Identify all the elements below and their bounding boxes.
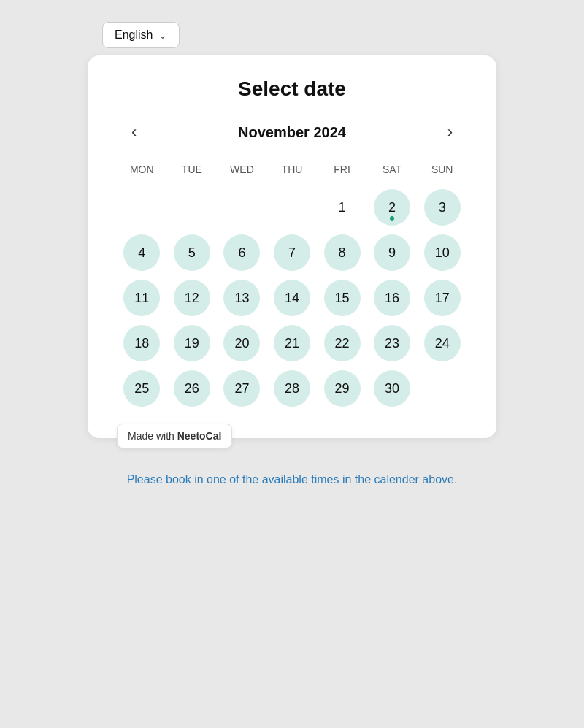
day-number: 23: [385, 337, 399, 350]
day-button-10[interactable]: 10: [424, 234, 461, 271]
day-cell: 9: [367, 232, 418, 273]
day-button-7[interactable]: 7: [274, 234, 310, 271]
day-number: 22: [335, 337, 350, 350]
day-cell: 3: [417, 187, 467, 228]
day-header-sat: SAT: [367, 161, 418, 178]
day-cell: 6: [217, 232, 267, 273]
day-button-22[interactable]: 22: [324, 325, 361, 361]
day-cell: 17: [417, 277, 467, 318]
day-button-20[interactable]: 20: [223, 325, 260, 361]
day-number: 19: [185, 337, 199, 350]
day-cell: 24: [417, 323, 467, 364]
day-number: 9: [388, 246, 396, 259]
day-button-8[interactable]: 8: [324, 234, 361, 271]
day-header-mon: MON: [117, 161, 167, 178]
day-button-11[interactable]: 11: [123, 280, 160, 316]
day-number: 8: [339, 246, 346, 259]
day-button-14[interactable]: 14: [274, 280, 310, 316]
language-selector-row: English ⌄: [88, 15, 496, 55]
day-cell: 27: [217, 368, 267, 409]
day-number: 3: [439, 201, 446, 214]
month-nav: ‹ November 2024 ›: [117, 121, 467, 143]
day-number: 27: [234, 382, 249, 395]
footer-text: Please book in one of the available time…: [112, 473, 472, 508]
day-cell: 25: [117, 368, 167, 409]
day-button-26[interactable]: 26: [174, 370, 210, 407]
day-cell: 21: [267, 323, 318, 364]
day-button-27[interactable]: 27: [223, 370, 260, 407]
day-button-6[interactable]: 6: [223, 234, 260, 271]
day-button-2[interactable]: 2: [374, 189, 410, 226]
day-cell: 22: [317, 323, 367, 364]
day-number: 5: [188, 246, 196, 259]
day-button-3[interactable]: 3: [424, 189, 461, 226]
day-button-17[interactable]: 17: [424, 280, 461, 316]
day-button-9[interactable]: 9: [374, 234, 410, 271]
day-button-28[interactable]: 28: [274, 370, 310, 407]
calendar-grid: MONTUEWEDTHUFRISATSUN 123456789101112131…: [117, 161, 467, 409]
day-number: 29: [335, 382, 350, 395]
empty-day: [274, 189, 310, 226]
day-number: 28: [285, 382, 299, 395]
day-button-16[interactable]: 16: [374, 280, 410, 316]
day-cell: 20: [217, 323, 267, 364]
day-header-wed: WED: [217, 161, 267, 178]
day-number: 4: [138, 246, 145, 259]
day-number: 14: [285, 291, 299, 304]
calendar-card: Select date ‹ November 2024 › MONTUEWEDT…: [88, 55, 496, 438]
day-number: 30: [385, 382, 399, 395]
day-cell: 19: [167, 323, 218, 364]
day-header-tue: TUE: [167, 161, 218, 178]
day-number: 16: [385, 291, 399, 304]
chevron-down-icon: ⌄: [158, 29, 167, 41]
day-cell: 18: [117, 323, 167, 364]
day-headers: MONTUEWEDTHUFRISATSUN: [117, 161, 467, 178]
day-button-21[interactable]: 21: [274, 325, 310, 361]
day-button-13[interactable]: 13: [223, 280, 260, 316]
day-cell: 8: [317, 232, 367, 273]
day-number: 11: [134, 291, 149, 304]
day-cell: 12: [167, 277, 218, 318]
day-number: 6: [238, 246, 245, 259]
day-cell: 11: [117, 277, 167, 318]
day-button-25[interactable]: 25: [123, 370, 160, 407]
empty-day: [174, 189, 210, 226]
calendar-title: Select date: [117, 77, 467, 101]
day-number: 12: [185, 291, 199, 304]
day-button-19[interactable]: 19: [174, 325, 210, 361]
day-cell: 30: [367, 368, 418, 409]
month-label: November 2024: [238, 124, 346, 141]
day-cell: 26: [167, 368, 218, 409]
day-number: 25: [134, 382, 149, 395]
language-label: English: [115, 28, 153, 42]
day-cell: 28: [267, 368, 318, 409]
empty-day: [424, 370, 461, 407]
day-number: 15: [335, 291, 350, 304]
language-dropdown[interactable]: English ⌄: [102, 22, 180, 48]
day-number: 1: [339, 201, 346, 214]
day-button-5[interactable]: 5: [174, 234, 210, 271]
day-button-18[interactable]: 18: [123, 325, 160, 361]
day-number: 21: [285, 337, 299, 350]
day-button-29[interactable]: 29: [324, 370, 361, 407]
day-cell: [267, 187, 318, 228]
made-with-prefix: Made with: [128, 430, 177, 442]
day-button-12[interactable]: 12: [174, 280, 210, 316]
day-button-15[interactable]: 15: [324, 280, 361, 316]
day-cell: [167, 187, 218, 228]
day-cell: 5: [167, 232, 218, 273]
day-button-24[interactable]: 24: [424, 325, 461, 361]
day-button-4[interactable]: 4: [123, 234, 160, 271]
day-button-23[interactable]: 23: [374, 325, 410, 361]
calendar-days: 1234567891011121314151617181920212223242…: [117, 187, 467, 409]
day-number: 2: [388, 201, 396, 214]
day-button-30[interactable]: 30: [374, 370, 410, 407]
day-number: 20: [234, 337, 249, 350]
day-number: 17: [435, 291, 450, 304]
made-with-badge: Made with NeetoCal: [117, 424, 232, 448]
prev-month-button[interactable]: ‹: [124, 121, 144, 143]
day-header-sun: SUN: [417, 161, 467, 178]
day-cell: 13: [217, 277, 267, 318]
next-month-button[interactable]: ›: [440, 121, 460, 143]
empty-day: [123, 189, 160, 226]
